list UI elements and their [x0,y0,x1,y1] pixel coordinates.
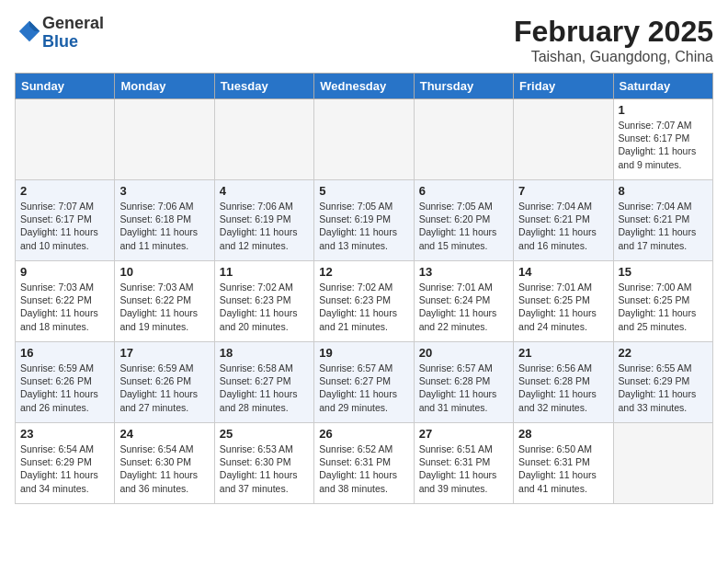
day-info: Sunrise: 7:07 AM Sunset: 6:17 PM Dayligh… [619,119,708,171]
calendar-cell: 1Sunrise: 7:07 AM Sunset: 6:17 PM Daylig… [613,99,712,180]
day-info: Sunrise: 7:07 AM Sunset: 6:17 PM Dayligh… [20,200,109,252]
day-number: 27 [419,427,508,441]
day-number: 23 [20,427,109,441]
calendar-cell [214,99,313,180]
day-number: 11 [220,265,309,279]
day-number: 8 [619,184,708,198]
logo-icon [17,18,42,44]
day-info: Sunrise: 7:03 AM Sunset: 6:22 PM Dayligh… [20,281,109,333]
calendar-week-row: 23Sunrise: 6:54 AM Sunset: 6:29 PM Dayli… [16,423,713,504]
weekday-header: Thursday [414,74,513,99]
location-title: Taishan, Guangdong, China [514,49,713,65]
calendar-cell: 2Sunrise: 7:07 AM Sunset: 6:17 PM Daylig… [16,180,115,261]
day-info: Sunrise: 7:04 AM Sunset: 6:21 PM Dayligh… [518,200,608,252]
calendar-header: SundayMondayTuesdayWednesdayThursdayFrid… [16,74,713,99]
calendar-week-row: 9Sunrise: 7:03 AM Sunset: 6:22 PM Daylig… [16,261,713,342]
title-block: February 2025 Taishan, Guangdong, China [514,15,713,65]
day-number: 4 [220,184,309,198]
day-number: 19 [319,346,408,360]
day-info: Sunrise: 6:55 AM Sunset: 6:29 PM Dayligh… [619,362,708,414]
day-info: Sunrise: 6:57 AM Sunset: 6:27 PM Dayligh… [319,362,408,414]
calendar-cell: 16Sunrise: 6:59 AM Sunset: 6:26 PM Dayli… [16,342,115,423]
day-info: Sunrise: 6:59 AM Sunset: 6:26 PM Dayligh… [119,362,209,414]
day-number: 26 [319,427,408,441]
day-number: 1 [619,103,708,117]
calendar-cell [16,99,115,180]
calendar-cell: 22Sunrise: 6:55 AM Sunset: 6:29 PM Dayli… [613,342,712,423]
day-info: Sunrise: 7:06 AM Sunset: 6:19 PM Dayligh… [220,200,309,252]
calendar-cell: 9Sunrise: 7:03 AM Sunset: 6:22 PM Daylig… [16,261,115,342]
calendar-cell [314,99,414,180]
day-number: 22 [619,346,708,360]
day-number: 10 [119,265,209,279]
day-number: 6 [419,184,508,198]
day-number: 24 [119,427,209,441]
calendar-cell: 8Sunrise: 7:04 AM Sunset: 6:21 PM Daylig… [613,180,712,261]
day-number: 12 [319,265,408,279]
day-number: 9 [20,265,109,279]
weekday-header: Wednesday [314,74,414,99]
calendar-cell: 28Sunrise: 6:50 AM Sunset: 6:31 PM Dayli… [514,423,613,504]
calendar-cell: 3Sunrise: 7:06 AM Sunset: 6:18 PM Daylig… [115,180,214,261]
calendar-week-row: 16Sunrise: 6:59 AM Sunset: 6:26 PM Dayli… [16,342,713,423]
calendar-cell: 18Sunrise: 6:58 AM Sunset: 6:27 PM Dayli… [214,342,313,423]
calendar-cell: 6Sunrise: 7:05 AM Sunset: 6:20 PM Daylig… [414,180,513,261]
calendar-cell: 27Sunrise: 6:51 AM Sunset: 6:31 PM Dayli… [414,423,513,504]
day-number: 3 [119,184,209,198]
day-info: Sunrise: 7:05 AM Sunset: 6:20 PM Dayligh… [419,200,508,252]
logo-general-text: General [42,14,104,32]
calendar-cell: 4Sunrise: 7:06 AM Sunset: 6:19 PM Daylig… [214,180,313,261]
calendar-cell: 26Sunrise: 6:52 AM Sunset: 6:31 PM Dayli… [314,423,414,504]
day-number: 13 [419,265,508,279]
day-info: Sunrise: 7:01 AM Sunset: 6:24 PM Dayligh… [419,281,508,333]
day-number: 20 [419,346,508,360]
day-info: Sunrise: 7:05 AM Sunset: 6:19 PM Dayligh… [319,200,408,252]
weekday-header: Monday [115,74,214,99]
logo: General Blue [15,15,104,52]
day-info: Sunrise: 7:02 AM Sunset: 6:23 PM Dayligh… [319,281,408,333]
day-number: 25 [220,427,309,441]
calendar-cell: 7Sunrise: 7:04 AM Sunset: 6:21 PM Daylig… [514,180,613,261]
calendar-cell: 21Sunrise: 6:56 AM Sunset: 6:28 PM Dayli… [514,342,613,423]
day-number: 28 [518,427,608,441]
day-number: 18 [220,346,309,360]
day-number: 2 [20,184,109,198]
day-info: Sunrise: 7:02 AM Sunset: 6:23 PM Dayligh… [220,281,309,333]
logo-blue-text: Blue [42,32,78,51]
day-info: Sunrise: 6:58 AM Sunset: 6:27 PM Dayligh… [220,362,309,414]
calendar-cell: 25Sunrise: 6:53 AM Sunset: 6:30 PM Dayli… [214,423,313,504]
calendar-cell [613,423,712,504]
day-info: Sunrise: 6:50 AM Sunset: 6:31 PM Dayligh… [518,442,608,495]
day-number: 14 [518,265,608,279]
day-info: Sunrise: 6:59 AM Sunset: 6:26 PM Dayligh… [20,362,109,414]
day-info: Sunrise: 6:54 AM Sunset: 6:29 PM Dayligh… [20,442,109,495]
calendar-cell: 20Sunrise: 6:57 AM Sunset: 6:28 PM Dayli… [414,342,513,423]
day-info: Sunrise: 7:00 AM Sunset: 6:25 PM Dayligh… [619,281,708,333]
day-info: Sunrise: 6:54 AM Sunset: 6:30 PM Dayligh… [119,442,209,495]
day-number: 16 [20,346,109,360]
calendar-cell: 13Sunrise: 7:01 AM Sunset: 6:24 PM Dayli… [414,261,513,342]
page-header: General Blue February 2025 Taishan, Guan… [15,15,713,65]
calendar-cell: 14Sunrise: 7:01 AM Sunset: 6:25 PM Dayli… [514,261,613,342]
day-info: Sunrise: 7:06 AM Sunset: 6:18 PM Dayligh… [119,200,209,252]
day-info: Sunrise: 7:01 AM Sunset: 6:25 PM Dayligh… [518,281,608,333]
day-number: 7 [518,184,608,198]
weekday-header: Saturday [613,74,712,99]
calendar-cell: 12Sunrise: 7:02 AM Sunset: 6:23 PM Dayli… [314,261,414,342]
day-number: 21 [518,346,608,360]
weekday-header: Sunday [16,74,115,99]
calendar-cell: 15Sunrise: 7:00 AM Sunset: 6:25 PM Dayli… [613,261,712,342]
calendar-cell [115,99,214,180]
weekday-header: Tuesday [214,74,313,99]
calendar-cell: 11Sunrise: 7:02 AM Sunset: 6:23 PM Dayli… [214,261,313,342]
day-info: Sunrise: 7:03 AM Sunset: 6:22 PM Dayligh… [119,281,209,333]
day-info: Sunrise: 6:53 AM Sunset: 6:30 PM Dayligh… [220,442,309,495]
calendar-cell: 24Sunrise: 6:54 AM Sunset: 6:30 PM Dayli… [115,423,214,504]
calendar-cell [514,99,613,180]
day-number: 5 [319,184,408,198]
day-info: Sunrise: 6:56 AM Sunset: 6:28 PM Dayligh… [518,362,608,414]
calendar-cell: 5Sunrise: 7:05 AM Sunset: 6:19 PM Daylig… [314,180,414,261]
day-info: Sunrise: 7:04 AM Sunset: 6:21 PM Dayligh… [619,200,708,252]
calendar-cell: 19Sunrise: 6:57 AM Sunset: 6:27 PM Dayli… [314,342,414,423]
calendar-table: SundayMondayTuesdayWednesdayThursdayFrid… [15,73,713,504]
